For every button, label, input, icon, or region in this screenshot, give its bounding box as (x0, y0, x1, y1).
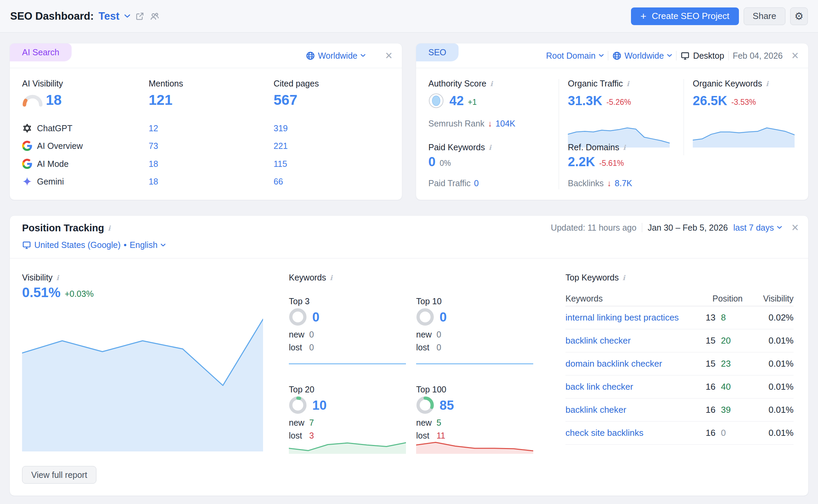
mentions-label: Mentions (149, 79, 183, 89)
period-dropdown[interactable]: last 7 days (733, 223, 782, 233)
gear-icon: ⚙ (795, 10, 804, 22)
project-selector[interactable]: Test (98, 10, 119, 22)
platform-mentions[interactable]: 12 (149, 123, 158, 133)
share-button[interactable]: Share (744, 7, 785, 25)
arrow-down-icon: ↓ (488, 119, 492, 129)
divider (684, 79, 684, 155)
ai-region-dropdown[interactable]: Worldwide (306, 51, 366, 61)
tab-seo[interactable]: SEO (416, 43, 459, 61)
top-keywords-label: Top Keywords i (565, 273, 625, 283)
keyword-link[interactable]: backlink cheker (565, 405, 692, 415)
new-count: 0 (309, 330, 314, 340)
position-tracking-header-right: Updated: 11 hours ago Jan 30 – Feb 5, 20… (551, 216, 808, 239)
view-full-report-button[interactable]: View full report (22, 466, 96, 484)
close-icon[interactable]: × (385, 50, 392, 62)
bucket-sparkline (416, 437, 533, 454)
close-icon[interactable]: × (792, 221, 799, 234)
ai-search-card: AI Search Worldwide × AI Visibility Ment… (10, 43, 402, 200)
paid-keywords-label: Paid Keywords i (428, 142, 491, 152)
language-label: English (130, 240, 157, 250)
chevron-down-icon[interactable] (124, 14, 130, 18)
google-icon (22, 141, 32, 151)
info-icon[interactable]: i (623, 143, 626, 152)
info-icon[interactable]: i (490, 80, 493, 88)
divider (559, 141, 559, 189)
position-delta: 8 (721, 312, 743, 323)
visibility-label: Visibility i (22, 273, 59, 283)
paid-keywords-value[interactable]: 0 (428, 155, 435, 168)
info-icon[interactable]: i (622, 274, 625, 282)
info-icon[interactable]: i (108, 224, 111, 232)
organic-traffic-value[interactable]: 31.3K (568, 94, 602, 107)
platform-row-chatgpt: ChatGPT 12 319 (22, 122, 72, 134)
position-value: 13 (696, 312, 715, 323)
bucket-value: 85 (440, 399, 454, 412)
info-icon[interactable]: i (330, 274, 333, 282)
keyword-link[interactable]: backlink checker (565, 335, 692, 346)
updated-timestamp: Updated: 11 hours ago (551, 223, 637, 233)
seo-region-dropdown[interactable]: Worldwide (612, 51, 672, 61)
tab-ai-search[interactable]: AI Search (10, 43, 72, 61)
chevron-down-icon (599, 54, 604, 57)
semrush-rank-value[interactable]: 104K (496, 119, 515, 129)
ai-search-card-header: Worldwide × (306, 43, 402, 68)
platform-cited[interactable]: 221 (274, 141, 288, 151)
info-icon[interactable]: i (489, 143, 491, 152)
chatgpt-icon (22, 123, 32, 133)
visibility-chart (22, 314, 263, 451)
ref-domains-value[interactable]: 2.2K (568, 155, 595, 168)
date-range: Jan 30 – Feb 5, 2026 (648, 223, 728, 233)
visibility-cell: 0.01% (743, 335, 794, 346)
settings-button[interactable]: ⚙ (790, 7, 808, 25)
table-row: backlink cheker 1639 0.01% (565, 399, 794, 422)
platform-cited[interactable]: 319 (274, 123, 288, 133)
ai-visibility-value: 18 (46, 93, 62, 107)
keyword-link[interactable]: domain backlink checker (565, 358, 692, 369)
location-language-dropdown[interactable]: United States (Google) • English (22, 240, 166, 250)
scope-dropdown[interactable]: Root Domain (546, 51, 604, 61)
bucket-sparkline (416, 349, 533, 366)
platform-row-ai-overview: AI Overview 73 221 (22, 140, 83, 152)
platform-mentions[interactable]: 18 (149, 177, 158, 187)
backlinks-value[interactable]: 8.7K (615, 178, 632, 188)
cited-pages-label: Cited pages (274, 79, 319, 89)
position-delta: 0 (721, 428, 743, 438)
organic-keywords-value-row: 26.5K -3.53% (693, 94, 756, 107)
info-icon[interactable]: i (766, 80, 768, 88)
platform-mentions[interactable]: 73 (149, 141, 158, 151)
visibility-value: 0.51% (22, 286, 60, 299)
bucket-sparkline (289, 437, 406, 454)
cited-total: 567 (274, 93, 297, 107)
position-value: 16 (696, 382, 715, 392)
keyword-link[interactable]: internal linking best practices (565, 312, 692, 323)
platform-mentions[interactable]: 18 (149, 159, 158, 169)
info-icon[interactable]: i (627, 80, 629, 88)
users-icon[interactable] (149, 11, 160, 21)
platform-cited[interactable]: 115 (274, 159, 287, 169)
paid-traffic-value[interactable]: 0 (474, 178, 479, 188)
external-link-icon[interactable] (135, 12, 145, 21)
keyword-link[interactable]: check site backlinks (565, 428, 692, 438)
device-indicator[interactable]: Desktop (681, 51, 724, 61)
organic-traffic-value-row: 31.3K -5.26% (568, 94, 631, 107)
bucket-value: 0 (440, 311, 447, 324)
backlinks-row: Backlinks ↓ 8.7K (568, 178, 632, 188)
close-icon[interactable]: × (792, 50, 799, 62)
donut-chart (289, 396, 307, 414)
divider (10, 68, 402, 68)
globe-icon (612, 51, 621, 60)
globe-icon (306, 51, 315, 60)
position-tracking-card: Position Tracking i Updated: 11 hours ag… (10, 215, 808, 496)
arrow-down-icon: ↓ (607, 178, 612, 188)
position-delta: 20 (721, 335, 743, 346)
organic-keywords-value[interactable]: 26.5K (693, 94, 727, 107)
top-keywords-table: Keywords Position Visibility internal li… (565, 291, 794, 445)
platform-cited[interactable]: 66 (274, 177, 283, 187)
chevron-down-icon (161, 244, 166, 247)
keyword-link[interactable]: back link checker (565, 382, 692, 392)
divider (642, 223, 642, 232)
table-header: Keywords Position Visibility (565, 291, 794, 306)
ai-visibility-gauge (22, 94, 43, 107)
info-icon[interactable]: i (56, 274, 59, 282)
create-seo-project-button[interactable]: + Create SEO Project (631, 7, 739, 25)
